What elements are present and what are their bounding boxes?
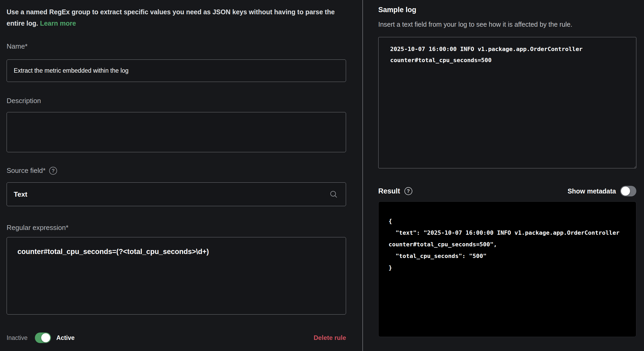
sample-log-input[interactable]: 2025-10-07 16:00:00 INFO v1.package.app.… [379,37,636,168]
show-metadata-label: Show metadata [568,187,616,195]
source-field-label: Source field* ? [7,167,57,175]
show-metadata-toggle[interactable] [620,186,636,196]
active-label: Active [56,334,74,341]
result-title: Result [378,187,400,195]
result-help-icon[interactable]: ? [404,187,412,195]
active-toggle-knob [41,333,50,342]
rule-footer: Inactive Active Delete rule [7,331,346,345]
search-icon [329,190,338,200]
result-box: { "text": "2025-10-07 16:00:00 INFO v1.p… [378,201,636,337]
result-header-row: Result ? Show metadata [378,185,636,197]
result-json-output: { "text": "2025-10-07 16:00:00 INFO v1.p… [379,202,636,287]
source-field-help-icon[interactable]: ? [49,167,57,175]
description-label: Description [7,97,41,105]
sample-preview-panel: Sample log Insert a text field from your… [362,0,644,351]
source-field-label-text: Source field* [7,167,45,175]
sample-log-box: 2025-10-07 16:00:00 INFO v1.package.app.… [378,37,636,168]
source-field-value: Text [14,190,27,198]
show-metadata-toggle-knob [621,187,630,196]
sample-log-subtitle: Insert a text field from your log to see… [378,21,636,28]
learn-more-link[interactable]: Learn more [40,20,76,27]
description-input[interactable] [7,112,346,152]
active-toggle[interactable] [35,332,51,343]
inactive-label: Inactive [7,334,27,341]
delete-rule-button[interactable]: Delete rule [314,334,346,341]
sample-log-title: Sample log [378,6,636,14]
name-input[interactable]: Extract the metric embedded within the l… [7,59,346,82]
rule-intro-text: Use a named RegEx group to extract speci… [7,6,347,29]
rule-editor-panel: Use a named RegEx group to extract speci… [0,0,362,351]
regex-input[interactable]: counter#total_cpu_seconds=(?<total_cpu_s… [7,237,346,315]
name-label: Name* [7,42,27,50]
intro-line1: Use a named RegEx group to extract speci… [7,8,323,16]
source-field-select[interactable]: Text [7,182,346,206]
regex-label: Regular expression* [7,224,68,232]
